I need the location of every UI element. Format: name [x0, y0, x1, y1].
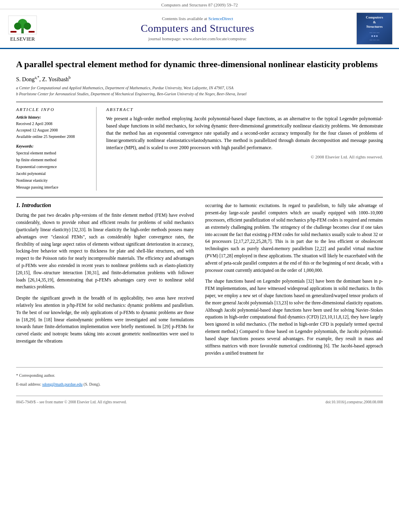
- journal-cover-image: Computers & Structures — — — ■ ■ ■ — — —: [356, 12, 393, 45]
- cover-line2: &: [366, 20, 383, 25]
- section-divider: [16, 197, 383, 197]
- received-date: Received 2 April 2008: [16, 121, 90, 127]
- copyright-line: © 2008 Elsevier Ltd. All rights reserved…: [106, 154, 383, 159]
- article-info-header: Article Info: [16, 107, 90, 112]
- cover-line1: Computers: [366, 15, 383, 20]
- page-footer: 0045-7949/$ – see front matter © 2008 El…: [16, 396, 383, 404]
- svg-rect-1: [21, 29, 24, 33]
- journal-center: Contents lists available at ScienceDirec…: [39, 16, 356, 41]
- authors-line: S. Donga,*, Z. Yosibashb: [16, 75, 383, 83]
- author-sup-b: b: [69, 75, 71, 80]
- homepage-url[interactable]: www.elsevier.com/locate/compstruc: [183, 36, 247, 41]
- author-s-dong: S. Dong: [16, 76, 35, 82]
- body-col-right: occurring due to harmonic excitations. I…: [205, 202, 383, 361]
- affiliations: a Center for Computational and Applied M…: [16, 85, 383, 97]
- article-info-abstract-section: Article Info Article history: Received 2…: [16, 102, 383, 191]
- keyword-4: Jacobi polynomial: [16, 170, 90, 177]
- keyword-2: hp finite element method: [16, 156, 90, 163]
- main-content: A parallel spectral element method for d…: [0, 49, 399, 412]
- keywords-label: Keywords:: [16, 144, 90, 148]
- section1-heading: 1. Introduction: [16, 202, 194, 209]
- citation-bar: Computers and Structures 87 (2009) 59–72: [0, 0, 399, 9]
- elsevier-svg-logo: [6, 15, 39, 36]
- keyword-3: Exponential convergence: [16, 163, 90, 170]
- svg-point-3: [14, 23, 21, 30]
- keyword-5: Nonlinear elasticity: [16, 177, 90, 184]
- available-date: Available online 25 September 2008: [16, 134, 90, 140]
- article-title: A parallel spectral element method for d…: [16, 59, 383, 70]
- email-note: E-mail address: sdong@math.purdue.edu (S…: [16, 381, 383, 388]
- corresponding-author-note: * Corresponding author.: [16, 372, 383, 379]
- doi-text: doi:10.1016/j.compstruc.2008.08.008: [325, 400, 383, 404]
- keywords-section: Keywords: Spectral element method hp fin…: [16, 144, 90, 191]
- cover-line4: ■ ■ ■: [366, 35, 383, 38]
- svg-rect-6: [29, 31, 35, 33]
- abstract-column: Abstract We present a high-order method …: [106, 107, 383, 191]
- body-col-left: 1. Introduction During the past two deca…: [16, 202, 194, 361]
- body-para-3: occurring due to harmonic excitations. I…: [205, 202, 383, 274]
- citation-text: Computers and Structures 87 (2009) 59–72: [161, 2, 238, 7]
- keyword-1: Spectral element method: [16, 150, 90, 156]
- history-label: Article history:: [16, 115, 90, 119]
- elsevier-logo: ELSEVIER: [6, 15, 39, 42]
- article-info-column: Article Info Article history: Received 2…: [16, 107, 97, 191]
- article-history-section: Article history: Received 2 April 2008 A…: [16, 115, 90, 140]
- email-suffix: (S. Dong).: [84, 382, 101, 386]
- email-link[interactable]: sdong@math.purdue.edu: [42, 382, 82, 386]
- cover-title: Computers & Structures — — — ■ ■ ■ — — —: [364, 14, 385, 43]
- abstract-header: Abstract: [106, 107, 383, 112]
- journal-header: ELSEVIER Contents lists available at Sci…: [0, 9, 399, 49]
- body-columns: 1. Introduction During the past two deca…: [16, 202, 383, 361]
- cover-line5: — — —: [366, 38, 383, 42]
- svg-rect-5: [10, 31, 16, 33]
- keyword-6: Message passing interface: [16, 184, 90, 191]
- journal-title: Computers and Structures: [43, 23, 352, 35]
- affiliation-a: a Center for Computational and Applied M…: [16, 85, 383, 91]
- body-para-1: During the past two decades p/hp-version…: [16, 212, 194, 291]
- footer-bottom: 0045-7949/$ – see front matter © 2008 El…: [16, 400, 383, 404]
- author-sup-a: a,*: [35, 75, 39, 80]
- corresponding-label: * Corresponding author.: [16, 373, 55, 378]
- homepage-label: journal homepage:: [148, 36, 181, 41]
- sciencedirect-line: Contents lists available at ScienceDirec…: [43, 16, 352, 21]
- cover-line3: Structures: [366, 25, 383, 29]
- contents-label: Contents lists available at: [162, 16, 207, 21]
- journal-homepage: journal homepage: www.elsevier.com/locat…: [43, 36, 352, 41]
- page: Computers and Structures 87 (2009) 59–72: [0, 0, 399, 412]
- body-para-2: Despite the significant growth in the br…: [16, 295, 194, 345]
- issn-text: 0045-7949/$ – see front matter © 2008 El…: [16, 400, 127, 404]
- elsevier-brand-name: ELSEVIER: [10, 36, 35, 42]
- abstract-text: We present a high-order method employing…: [106, 115, 383, 151]
- footnote-area: * Corresponding author. E-mail address: …: [16, 367, 383, 388]
- accepted-date: Accepted 12 August 2008: [16, 127, 90, 134]
- cover-subtitle: — — —: [366, 31, 383, 35]
- sciencedirect-link[interactable]: ScienceDirect: [208, 16, 233, 21]
- author-separator: , Z. Yosibash: [39, 76, 69, 82]
- affiliation-b: b Pearlstone Center for Aeronautical Stu…: [16, 91, 383, 97]
- email-label: E-mail address:: [16, 382, 41, 386]
- svg-point-4: [24, 23, 31, 30]
- elsevier-tree-logo: [6, 15, 39, 36]
- body-para-4: The shape functions based on Legendre po…: [205, 278, 383, 357]
